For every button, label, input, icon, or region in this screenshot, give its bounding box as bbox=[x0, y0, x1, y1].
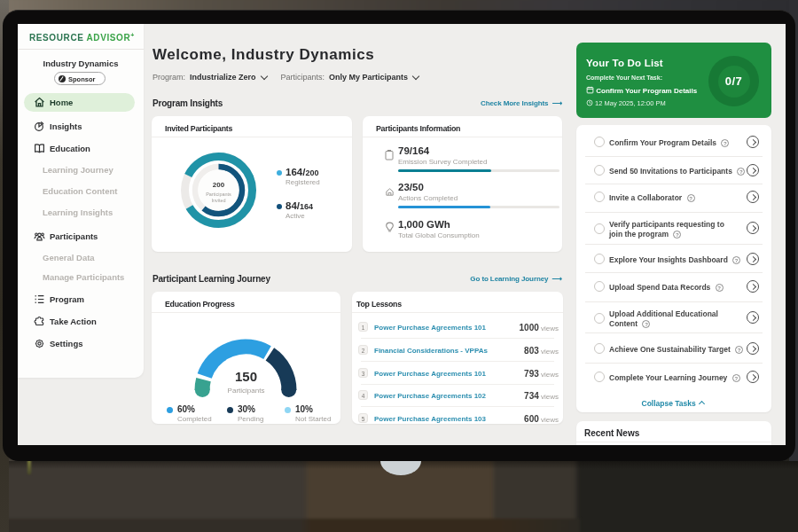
svg-text:Invited: Invited bbox=[211, 198, 225, 203]
svg-text:200: 200 bbox=[213, 181, 225, 189]
svg-text:Participants: Participants bbox=[206, 192, 231, 197]
